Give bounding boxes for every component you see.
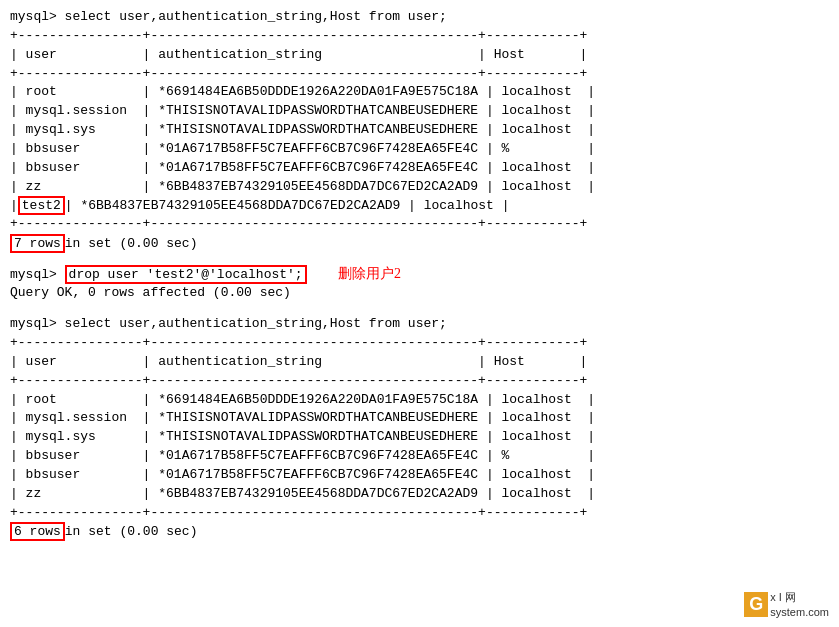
- row-count-1-wrapper: 7 rows in set (0.00 sec): [10, 234, 197, 253]
- table2-divider-mid: +----------------+----------------------…: [10, 372, 829, 391]
- table2-row-sys: | mysql.sys | *THISISNOTAVALIDPASSWORDTH…: [10, 428, 829, 447]
- table2-row-zz: | zz | *6BB4837EB74329105EE4568DDA7DC67E…: [10, 485, 829, 504]
- table2-header: | user | authentication_string | Host |: [10, 353, 829, 372]
- row-count-1-suffix: in set (0.00 sec): [65, 236, 198, 251]
- table1-divider-mid: +----------------+----------------------…: [10, 65, 829, 84]
- table1-row-session: | mysql.session | *THISISNOTAVALIDPASSWO…: [10, 102, 829, 121]
- table2-row-session: | mysql.session | *THISISNOTAVALIDPASSWO…: [10, 409, 829, 428]
- row-count-2-highlight: 6 rows: [10, 522, 65, 541]
- table1-divider-top: +----------------+----------------------…: [10, 27, 829, 46]
- table1-row-zz: | zz | *6BB4837EB74329105EE4568DDA7DC67E…: [10, 178, 829, 197]
- test2-suffix: | *6BB4837EB74329105EE4568DDA7DC67ED2CA2…: [65, 198, 510, 213]
- watermark-line2: system.com: [770, 605, 829, 619]
- terminal-container: mysql> select user,authentication_string…: [10, 8, 829, 541]
- table2-row-bbsuser2: | bbsuser | *01A6717B58FF5C7EAFFF6CB7C96…: [10, 466, 829, 485]
- table1-header: | user | authentication_string | Host |: [10, 46, 829, 65]
- table1-divider-bottom: +----------------+----------------------…: [10, 215, 829, 234]
- drop-prompt: mysql>: [10, 267, 65, 282]
- table1-row-bbsuser1: | bbsuser | *01A6717B58FF5C7EAFFF6CB7C96…: [10, 140, 829, 159]
- drop-command-wrapper: mysql> drop user 'test2'@'localhost'; 删除…: [10, 265, 829, 284]
- table1-rows: | root | *6691484EA6B50DDDE1926A220DA01F…: [10, 83, 829, 215]
- row-count-1-highlight: 7 rows: [10, 234, 65, 253]
- watermark-line1: x I 网: [770, 590, 829, 604]
- delete-label: 删除用户2: [338, 265, 401, 283]
- watermark: G x I 网 system.com: [744, 590, 829, 619]
- table1-row-sys: | mysql.sys | *THISISNOTAVALIDPASSWORDTH…: [10, 121, 829, 140]
- query2-line: mysql> select user,authentication_string…: [10, 315, 829, 334]
- table2-divider-bottom: +----------------+----------------------…: [10, 504, 829, 523]
- row-count-2-wrapper: 6 rows in set (0.00 sec): [10, 522, 197, 541]
- query-ok: Query OK, 0 rows affected (0.00 sec): [10, 284, 829, 303]
- query1-line: mysql> select user,authentication_string…: [10, 8, 829, 27]
- table1-row-root: | root | *6691484EA6B50DDDE1926A220DA01F…: [10, 83, 829, 102]
- watermark-g-letter: G: [744, 592, 768, 617]
- delete-label-gap: [307, 267, 338, 282]
- table2-row-bbsuser1: | bbsuser | *01A6717B58FF5C7EAFFF6CB7C96…: [10, 447, 829, 466]
- table2-row-root: | root | *6691484EA6B50DDDE1926A220DA01F…: [10, 391, 829, 410]
- watermark-label: x I 网 system.com: [770, 590, 829, 619]
- row-count-2-suffix: in set (0.00 sec): [65, 524, 198, 539]
- drop-command-highlight: drop user 'test2'@'localhost';: [65, 265, 307, 284]
- table1-row-test2-wrapper: | test2 | *6BB4837EB74329105EE4568DDA7DC…: [10, 196, 829, 215]
- test2-highlight: test2: [18, 196, 65, 215]
- table2-rows: | root | *6691484EA6B50DDDE1926A220DA01F…: [10, 391, 829, 504]
- table2-divider-top: +----------------+----------------------…: [10, 334, 829, 353]
- table1-row-bbsuser2: | bbsuser | *01A6717B58FF5C7EAFFF6CB7C96…: [10, 159, 829, 178]
- test2-border-prefix: |: [10, 198, 18, 213]
